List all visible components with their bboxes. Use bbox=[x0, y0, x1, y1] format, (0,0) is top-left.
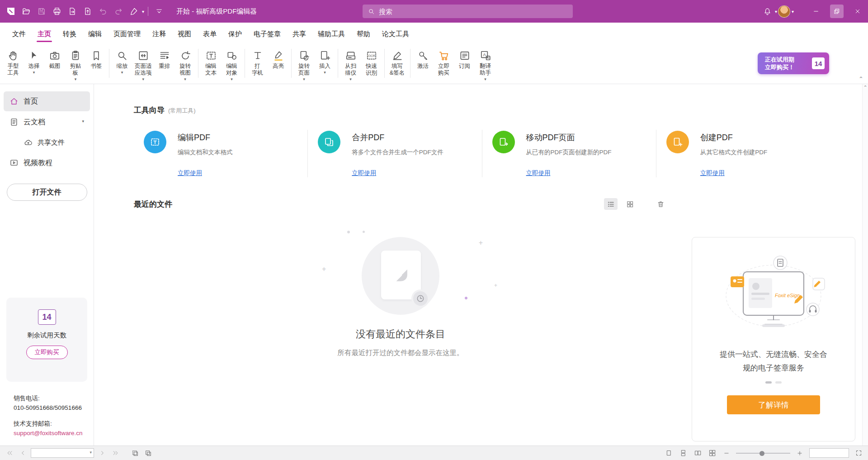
next-page-button[interactable] bbox=[97, 448, 107, 458]
account-avatar[interactable] bbox=[777, 4, 792, 19]
single-page-view-button[interactable] bbox=[664, 448, 674, 458]
facing-view-button[interactable] bbox=[693, 448, 703, 458]
menu-edit[interactable]: 编辑 bbox=[82, 30, 108, 44]
collapse-ribbon-icon[interactable] bbox=[859, 75, 863, 83]
ribbon-typewriter[interactable]: 打 字机 bbox=[247, 48, 268, 76]
esign-tool-button[interactable] bbox=[127, 4, 141, 19]
clear-recent-button[interactable] bbox=[654, 198, 667, 210]
minimize-button[interactable] bbox=[806, 0, 826, 23]
menu-home[interactable]: 主页 bbox=[32, 30, 57, 44]
last-page-button[interactable] bbox=[110, 448, 120, 458]
grid-view-button[interactable] bbox=[623, 198, 637, 210]
tool-card-action-link[interactable]: 立即使用 bbox=[178, 169, 202, 177]
menu-help[interactable]: 帮助 bbox=[351, 30, 376, 44]
ribbon-bookmark[interactable]: 书签 bbox=[86, 48, 107, 70]
statusbar bbox=[0, 446, 868, 460]
save-button[interactable] bbox=[34, 4, 49, 19]
ribbon-hand-tool[interactable]: 手型 工具 bbox=[3, 48, 24, 76]
trial-period-badge[interactable]: 正在试用期 立即购买！ 14 bbox=[758, 52, 829, 74]
ribbon-reflow[interactable]: 重排 bbox=[154, 48, 175, 70]
account-caret-icon[interactable] bbox=[792, 9, 794, 14]
ribbon-translate-assistant[interactable]: A 翻译 助手 bbox=[475, 48, 496, 82]
snapshot-page-button[interactable] bbox=[130, 448, 140, 458]
copy-page-button[interactable] bbox=[143, 448, 153, 458]
open-file-pill-button[interactable]: 打开文件 bbox=[7, 184, 87, 201]
open-file-button[interactable] bbox=[19, 4, 33, 19]
menu-esign[interactable]: 电子签章 bbox=[248, 30, 287, 44]
learn-more-button[interactable]: 了解详情 bbox=[727, 395, 820, 414]
page-number-box[interactable] bbox=[31, 448, 94, 458]
zoom-percentage-input[interactable] bbox=[809, 448, 849, 458]
sidebar-item-cloud-docs[interactable]: 云文档 bbox=[4, 112, 90, 132]
ribbon-rotate-view[interactable]: 旋转 视图 bbox=[175, 48, 196, 82]
menu-comment[interactable]: 注释 bbox=[146, 30, 172, 44]
ribbon-activate[interactable]: 激活 bbox=[413, 48, 434, 70]
create-pdf-button[interactable] bbox=[80, 4, 95, 19]
vertical-scrollbar[interactable]: ⌃ bbox=[862, 84, 868, 446]
scroll-up-arrow-icon[interactable]: ⌃ bbox=[863, 85, 867, 91]
menu-page-manage[interactable]: 页面管理 bbox=[108, 30, 146, 44]
menu-share[interactable]: 共享 bbox=[287, 30, 312, 44]
esign-dropdown-caret-icon[interactable] bbox=[142, 9, 144, 14]
close-button[interactable] bbox=[847, 0, 868, 23]
buy-now-button[interactable]: 立即购买 bbox=[26, 346, 68, 359]
sidebar-item-home[interactable]: 首页 bbox=[4, 91, 90, 111]
ribbon-edit-object[interactable]: 编辑 对象 bbox=[222, 48, 242, 82]
fullscreen-button[interactable] bbox=[854, 448, 863, 458]
notification-bell-button[interactable] bbox=[760, 4, 775, 19]
titlebar-separator bbox=[148, 7, 148, 16]
ribbon-highlight[interactable]: 高亮 bbox=[268, 48, 289, 70]
print-button[interactable] bbox=[50, 4, 64, 19]
expand-caret-icon[interactable] bbox=[82, 120, 84, 124]
ribbon-quick-ocr[interactable]: OCR 快速 识别 bbox=[361, 48, 382, 76]
continuous-view-button[interactable] bbox=[678, 448, 688, 458]
zoom-out-button[interactable] bbox=[722, 448, 731, 458]
page-number-input[interactable] bbox=[33, 450, 90, 456]
menu-view[interactable]: 视图 bbox=[172, 30, 197, 44]
menu-paper-tools[interactable]: 论文工具 bbox=[376, 30, 415, 44]
sidebar-item-video-tutorials[interactable]: 视频教程 bbox=[4, 153, 90, 173]
previous-page-button[interactable] bbox=[18, 448, 28, 458]
search-icon bbox=[368, 8, 375, 15]
tool-card-action-link[interactable]: 立即使用 bbox=[700, 169, 725, 177]
export-pdf-button[interactable] bbox=[65, 4, 80, 19]
restore-button[interactable] bbox=[826, 0, 847, 23]
menu-file[interactable]: 文件 bbox=[6, 30, 32, 44]
redo-button[interactable] bbox=[111, 4, 126, 19]
ribbon-snapshot[interactable]: 截图 bbox=[44, 48, 65, 70]
ribbon-fit-options[interactable]: 页面适 应选项 bbox=[132, 48, 154, 82]
search-input[interactable] bbox=[379, 8, 567, 15]
ribbon-edit-text[interactable]: 编辑 文本 bbox=[201, 48, 222, 76]
page-dropdown-caret-icon[interactable] bbox=[90, 451, 92, 455]
menu-convert[interactable]: 转换 bbox=[57, 30, 82, 44]
list-view-button[interactable] bbox=[604, 198, 618, 210]
ribbon-insert-pages[interactable]: 插入 bbox=[315, 48, 335, 76]
ribbon-zoom[interactable]: 缩放 bbox=[112, 48, 132, 76]
ribbon-subscribe[interactable]: 订阅 bbox=[454, 48, 475, 70]
ribbon-select-tool[interactable]: 选择 bbox=[24, 48, 44, 76]
menu-protect[interactable]: 保护 bbox=[222, 30, 248, 44]
menu-form[interactable]: 表单 bbox=[197, 30, 222, 44]
zoom-in-button[interactable] bbox=[795, 448, 805, 458]
tool-card-action-link[interactable]: 立即使用 bbox=[526, 169, 551, 177]
sidebar-item-shared-files[interactable]: 共享文件 bbox=[18, 133, 90, 152]
zoom-slider[interactable] bbox=[736, 450, 790, 456]
ribbon-rotate-pages[interactable]: 旋转 页面 bbox=[294, 48, 315, 82]
ribbon-clipboard[interactable]: 剪贴 板 bbox=[65, 48, 86, 82]
ribbon-buy-now[interactable]: 立即 购买 bbox=[434, 48, 454, 76]
decoration-sparkle: + bbox=[494, 282, 497, 289]
facing-continuous-view-button[interactable] bbox=[707, 448, 717, 458]
tool-card-action-link[interactable]: 立即使用 bbox=[352, 169, 376, 177]
global-search[interactable] bbox=[363, 5, 573, 18]
menu-accessibility[interactable]: 辅助工具 bbox=[312, 30, 351, 44]
support-email-link[interactable]: support@foxitsoftware.cn bbox=[14, 430, 83, 436]
carousel-dots[interactable] bbox=[765, 381, 782, 384]
ribbon-separator bbox=[410, 49, 410, 78]
ribbon-fill-sign[interactable]: 填写 &签名 bbox=[387, 48, 408, 76]
tool-card-desc: 编辑文档和文本格式 bbox=[178, 148, 233, 156]
zoom-slider-thumb[interactable] bbox=[760, 451, 764, 456]
first-page-button[interactable] bbox=[5, 448, 14, 458]
customize-quick-access-button[interactable] bbox=[152, 4, 166, 19]
ribbon-from-scanner[interactable]: 从扫 描仪 bbox=[340, 48, 361, 82]
undo-button[interactable] bbox=[96, 4, 110, 19]
